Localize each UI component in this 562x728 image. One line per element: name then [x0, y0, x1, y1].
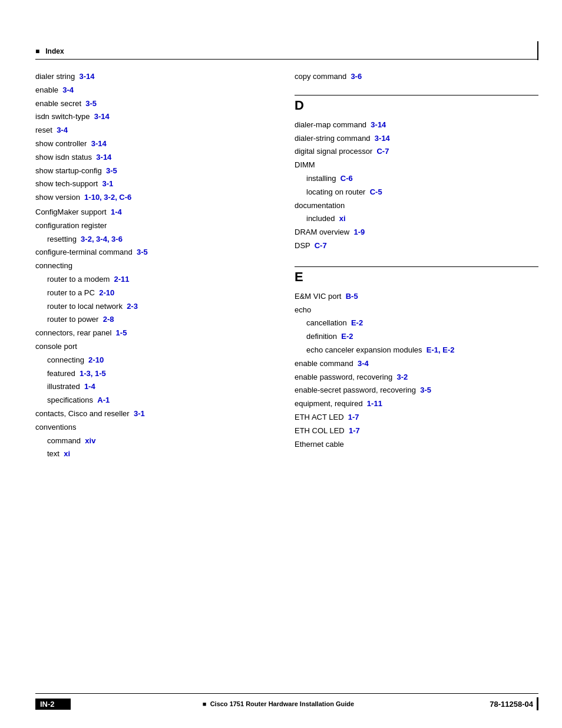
footer-right-area: 78-11258-04 — [486, 697, 538, 710]
list-item: dialer string 3-14 — [35, 71, 271, 83]
header: ■ Index — [35, 47, 64, 55]
list-item: locating on router C-5 — [306, 186, 538, 199]
list-item: DRAM overview 1-9 — [295, 226, 538, 239]
list-item: echo — [295, 304, 538, 317]
page-number: IN-2 — [35, 699, 71, 710]
list-item: dialer-string command 3-14 — [295, 133, 538, 145]
list-item: E&M VIC port B-5 — [295, 291, 538, 303]
section-e: E E&M VIC port B-5 echo cancellation E-2… — [295, 266, 538, 451]
list-item: ConfigMaker support 1-4 — [35, 206, 271, 219]
section-d-rule — [295, 95, 538, 95]
main-content: dialer string 3-14 enable 3-4 enable sec… — [35, 71, 538, 657]
list-item: enable password, recovering 3-2 — [295, 371, 538, 384]
list-item: router to local network 2-3 — [47, 301, 271, 313]
list-item: show version 1-10, 3-2, C-6 — [35, 192, 271, 204]
list-item: router to a modem 2-11 — [47, 274, 271, 286]
list-item: show isdn status 3-14 — [35, 151, 271, 164]
list-item: equipment, required 1-11 — [295, 398, 538, 410]
right-border-footer — [537, 697, 538, 710]
list-item: configuration register — [35, 220, 271, 232]
list-item: documentation — [295, 200, 538, 212]
list-item: featured 1-3, 1-5 — [47, 368, 271, 380]
list-item: enable 3-4 — [35, 84, 271, 97]
list-item: ETH ACT LED 1-7 — [295, 411, 538, 424]
list-item: isdn switch-type 3-14 — [35, 111, 271, 123]
footer-icon: ■ — [203, 700, 209, 707]
section-d: D dialer-map command 3-14 dialer-string … — [295, 95, 538, 252]
list-item: dialer-map command 3-14 — [295, 119, 538, 131]
header-label: Index — [45, 47, 64, 55]
list-item: Ethernet cable — [295, 439, 538, 451]
list-item: text xi — [47, 448, 271, 460]
list-item: connecting 2-10 — [47, 354, 271, 367]
list-item: contacts, Cisco and reseller 3-1 — [35, 408, 271, 420]
list-item: conventions — [35, 421, 271, 434]
list-item: enable secret 3-5 — [35, 98, 271, 110]
right-column: copy command 3-6 D dialer-map command 3-… — [283, 71, 538, 657]
left-column: dialer string 3-14 enable 3-4 enable sec… — [35, 71, 283, 657]
header-bullet: ■ — [35, 47, 44, 55]
list-item: copy command 3-6 — [295, 71, 538, 83]
footer-title: ■ Cisco 1751 Router Hardware Installatio… — [71, 700, 486, 707]
footer: IN-2 ■ Cisco 1751 Router Hardware Instal… — [35, 693, 538, 710]
list-item: digital signal processor C-7 — [295, 146, 538, 158]
list-item: show tech-support 3-1 — [35, 178, 271, 190]
list-item: connectors, rear panel 1-5 — [35, 327, 271, 340]
list-item: resetting 3-2, 3-4, 3-6 — [47, 233, 271, 246]
list-item: configure-terminal command 3-5 — [35, 246, 271, 259]
list-item: show controller 3-14 — [35, 138, 271, 150]
list-item: specifications A-1 — [47, 394, 271, 407]
list-item: illustrated 1-4 — [47, 381, 271, 393]
list-item: DSP C-7 — [295, 240, 538, 252]
list-item: show startup-config 3-5 — [35, 165, 271, 177]
list-item: included xi — [306, 213, 538, 225]
list-item: ETH COL LED 1-7 — [295, 425, 538, 437]
section-e-rule — [295, 266, 538, 267]
list-item: router to a PC 2-10 — [47, 287, 271, 299]
section-e-letter: E — [295, 269, 538, 285]
list-item: enable command 3-4 — [295, 358, 538, 370]
section-d-letter: D — [295, 98, 538, 113]
list-item: installing C-6 — [306, 173, 538, 185]
list-item: echo canceler expansion modules E-1, E-2 — [306, 344, 538, 357]
footer-title-text: Cisco 1751 Router Hardware Installation … — [210, 700, 355, 707]
page: ■ Index dialer string 3-14 enable 3-4 en… — [0, 0, 562, 728]
list-item: enable-secret password, recovering 3-5 — [295, 384, 538, 397]
top-right-border — [537, 41, 538, 60]
list-item: definition E-2 — [306, 331, 538, 343]
list-item: console port — [35, 341, 271, 353]
doc-number: 78-11258-04 — [486, 700, 533, 709]
list-item: reset 3-4 — [35, 124, 271, 137]
top-rule — [35, 59, 538, 60]
list-item: cancellation E-2 — [306, 317, 538, 330]
list-item: router to power 2-8 — [47, 314, 271, 326]
list-item: command xiv — [47, 435, 271, 447]
list-item: connecting — [35, 260, 271, 272]
list-item: DIMM — [295, 159, 538, 172]
